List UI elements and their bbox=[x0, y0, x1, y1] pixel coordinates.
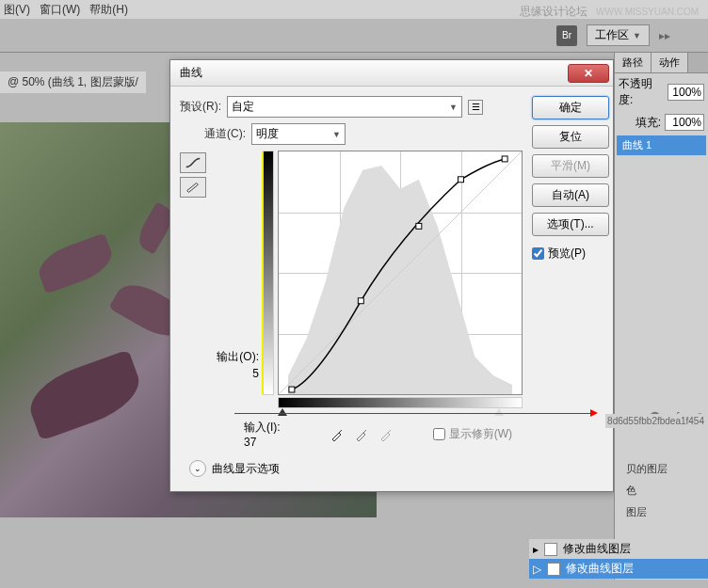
output-label: 输出(O): bbox=[217, 349, 259, 365]
fill-label: 填充: bbox=[636, 115, 661, 131]
watermark-url: WWW.MISSYUAN.COM bbox=[596, 7, 699, 17]
close-button[interactable]: ✕ bbox=[568, 64, 609, 83]
channel-label: 通道(C): bbox=[204, 126, 246, 142]
svg-rect-3 bbox=[416, 223, 422, 229]
hash-text: 8d6d55fbb2fbdea1f454 bbox=[605, 414, 706, 428]
chevron-down-icon: ▼ bbox=[633, 31, 641, 40]
black-eyedropper[interactable] bbox=[328, 425, 346, 444]
history-thumb bbox=[547, 563, 560, 576]
dialog-title: 曲线 bbox=[180, 65, 202, 81]
history-thumb bbox=[544, 543, 557, 556]
menu-view[interactable]: 图(V) bbox=[4, 2, 30, 17]
right-panel: 路径 动作 不透明度: 100% 填充: 100% 曲线 1 ⬤⎯ fx. ◐ … bbox=[614, 53, 708, 580]
gray-eyedropper[interactable] bbox=[352, 425, 371, 444]
history-panel: ▸ 修改曲线图层 ▷ 修改曲线图层 bbox=[529, 539, 708, 579]
opacity-label: 不透明度: bbox=[619, 76, 664, 108]
preset-menu-icon[interactable]: ☰ bbox=[468, 100, 483, 115]
chevron-down-icon: ▼ bbox=[449, 103, 458, 112]
channel-combo[interactable]: 明度 ▼ bbox=[251, 123, 346, 145]
input-gradient[interactable] bbox=[278, 397, 523, 408]
layer-copy[interactable]: 贝的图层 bbox=[620, 459, 702, 479]
curves-dialog: 曲线 ✕ 预设(R): 自定 ▼ ☰ 通道(C): 明度 ▼ bbox=[169, 59, 614, 492]
chevron-down-icon: ▼ bbox=[332, 130, 341, 139]
show-clip-checkbox[interactable] bbox=[433, 428, 445, 440]
expand-display-options[interactable]: ⌄ bbox=[189, 460, 206, 477]
ok-button[interactable]: 确定 bbox=[532, 96, 609, 119]
fill-value[interactable]: 100% bbox=[665, 114, 704, 131]
black-point-slider[interactable] bbox=[278, 408, 287, 416]
display-options-label[interactable]: 曲线显示选项 bbox=[212, 461, 280, 477]
show-clip-label: 显示修剪(W) bbox=[449, 426, 512, 442]
dialog-titlebar[interactable]: 曲线 ✕ bbox=[170, 60, 613, 87]
smooth-button[interactable]: 平滑(M) bbox=[532, 154, 609, 178]
svg-line-0 bbox=[279, 151, 522, 394]
preview-label: 预览(P) bbox=[548, 246, 586, 262]
watermark-text: 思缘设计论坛 bbox=[520, 5, 587, 18]
history-item[interactable]: ▸ 修改曲线图层 bbox=[529, 539, 708, 559]
workspace-button[interactable]: 工作区 ▼ bbox=[587, 24, 650, 46]
layer-base[interactable]: 图层 bbox=[620, 502, 702, 522]
preset-combo[interactable]: 自定 ▼ bbox=[227, 96, 462, 118]
annotation-arrow bbox=[234, 413, 592, 414]
menu-window[interactable]: 窗口(W) bbox=[40, 2, 80, 17]
curve-path[interactable] bbox=[279, 151, 522, 394]
svg-rect-4 bbox=[459, 177, 464, 183]
document-title: @ 50% (曲线 1, 图层蒙版/ bbox=[0, 72, 146, 93]
menu-help[interactable]: 帮助(H) bbox=[89, 2, 128, 17]
tab-actions[interactable]: 动作 bbox=[652, 53, 688, 72]
auto-button[interactable]: 自动(A) bbox=[532, 183, 609, 207]
reset-button[interactable]: 复位 bbox=[532, 125, 609, 149]
curve-tool-button[interactable] bbox=[180, 152, 206, 173]
bridge-icon[interactable]: Br bbox=[556, 25, 577, 46]
eye-icon[interactable]: ▸ bbox=[533, 543, 539, 556]
input-label: 输入(I): bbox=[244, 420, 281, 436]
eye-icon[interactable]: ▷ bbox=[533, 563, 541, 576]
collapse-icon[interactable]: ▸▸ bbox=[659, 29, 670, 42]
svg-rect-5 bbox=[502, 156, 507, 162]
layer-color[interactable]: 色 bbox=[620, 481, 702, 501]
output-value[interactable]: 5 bbox=[252, 367, 259, 380]
white-point-slider[interactable] bbox=[494, 408, 504, 416]
preview-checkbox[interactable] bbox=[532, 247, 544, 260]
history-item-selected[interactable]: ▷ 修改曲线图层 bbox=[529, 559, 708, 579]
tab-paths[interactable]: 路径 bbox=[615, 53, 652, 72]
options-bar: Br 工作区 ▼ ▸▸ bbox=[0, 19, 708, 53]
pencil-tool-button[interactable] bbox=[180, 177, 206, 198]
curves-graph[interactable] bbox=[278, 151, 523, 395]
svg-rect-2 bbox=[358, 298, 363, 304]
svg-rect-1 bbox=[289, 387, 295, 392]
preset-label: 预设(R): bbox=[180, 99, 221, 115]
input-value[interactable]: 37 bbox=[244, 436, 281, 449]
output-gradient[interactable] bbox=[263, 151, 274, 395]
opacity-value[interactable]: 100% bbox=[668, 84, 704, 101]
layer-curves-1[interactable]: 曲线 1 bbox=[617, 135, 706, 155]
white-eyedropper[interactable] bbox=[377, 425, 395, 444]
options-button[interactable]: 选项(T)... bbox=[532, 213, 609, 236]
